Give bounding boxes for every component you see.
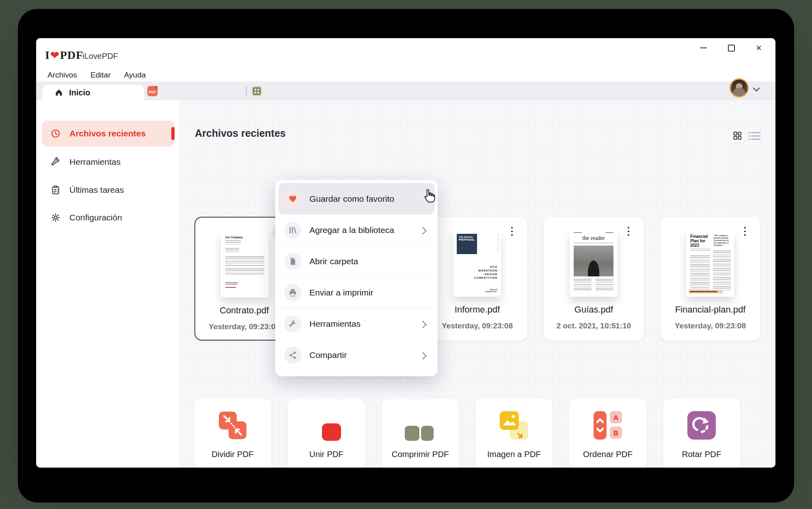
- informe-thumbnail: THE DESIGN PROPOSAL ECO MARATHON DESIGN …: [453, 230, 501, 297]
- grid-view-button[interactable]: [730, 128, 745, 143]
- merge-pdf-icon: [322, 423, 341, 441]
- maximize-icon: [728, 45, 735, 52]
- thumb-text: the reader: [570, 235, 618, 242]
- tab-strip: Inicio PDF Informe.pdf × Compri: [36, 82, 775, 100]
- list-view-button[interactable]: [748, 131, 762, 141]
- hand-cursor-icon: [423, 189, 436, 203]
- file-card-guias[interactable]: the reader Guías.pdf 2 oct. 2021, 10:51:…: [544, 217, 644, 341]
- tool-card-comprimir[interactable]: Comprimir PDF: [382, 399, 459, 468]
- menu-item-abrir-carpeta[interactable]: Abrir carpeta: [279, 246, 434, 277]
- sidebar-label: Configuración: [69, 213, 122, 222]
- contrato-thumbnail: Our Company: [221, 231, 269, 298]
- thumb-text: THE DESIGN PROPOSAL: [457, 234, 477, 254]
- menu-item-enviar-imprimir[interactable]: Enviar a imprimir: [279, 277, 434, 308]
- menu-ayuda[interactable]: Ayuda: [124, 71, 146, 80]
- compress-file-icon: [251, 86, 262, 97]
- svg-text:B: B: [613, 429, 618, 437]
- gear-icon: [51, 213, 60, 222]
- menu-item-agregar-biblioteca[interactable]: Agregar a la biblioteca: [279, 214, 434, 246]
- image-to-pdf-icon: [500, 411, 528, 440]
- minimize-icon: [700, 47, 707, 48]
- tool-card-rotar[interactable]: Rotar PDF: [663, 399, 740, 468]
- menu-archivos[interactable]: Archivos: [48, 71, 77, 80]
- file-name: Informe.pdf: [428, 304, 527, 315]
- sidebar-item-herramientas[interactable]: Herramientas: [42, 149, 175, 175]
- clock-icon: [51, 129, 60, 138]
- desktop-background: I❤PDF iLovePDF × Archivos Editar Ayuda I…: [0, 0, 812, 509]
- tool-label: Unir PDF: [288, 449, 365, 459]
- menu-item-herramientas[interactable]: Herramientas: [279, 308, 434, 339]
- highlight-bar: [689, 290, 723, 293]
- menu-editar[interactable]: Editar: [91, 71, 111, 80]
- avatar[interactable]: [730, 78, 749, 97]
- maximize-button[interactable]: [724, 41, 739, 55]
- logo-pdf: PDF: [60, 49, 83, 62]
- menu-item-compartir[interactable]: Compartir: [279, 339, 434, 371]
- file-date: Yesterday, 09:23:08: [428, 321, 527, 330]
- tab-inicio-label: Inicio: [69, 88, 90, 97]
- thumb-text: Our Company: [225, 236, 243, 239]
- menu-item-label: Guardar como favorito: [309, 194, 394, 204]
- wrench-icon: [51, 157, 60, 167]
- file-card-financial[interactable]: Financial Plan for 2022 "Our company's g…: [661, 217, 760, 341]
- content-area: Archivos recientes Herramientas re Our C…: [179, 100, 775, 468]
- heart-icon: [284, 190, 301, 207]
- wrench-icon: [284, 315, 301, 332]
- tool-card-dividir[interactable]: Dividir PDF: [194, 399, 271, 468]
- sidebar-item-configuracion[interactable]: Configuración: [42, 205, 175, 231]
- titlebar: I❤PDF iLovePDF ×: [36, 38, 775, 69]
- sidebar-item-ultimas-tareas[interactable]: Últimas tareas: [42, 177, 175, 203]
- menu-item-label: Agregar a la biblioteca: [309, 225, 394, 235]
- compress-pdf-icon: [421, 426, 434, 441]
- tool-label: Rotar PDF: [663, 449, 740, 459]
- kebab-menu-button[interactable]: [620, 223, 637, 239]
- tool-label: Ordenar PDF: [569, 449, 646, 459]
- tool-label: Dividir PDF: [194, 449, 271, 459]
- split-pdf-icon: [218, 411, 247, 440]
- tab-separator: [246, 86, 247, 96]
- clipboard-icon: [51, 185, 60, 195]
- file-name: Financial-plan.pdf: [661, 304, 760, 315]
- menu-item-label: Enviar a imprimir: [309, 288, 374, 298]
- share-icon: [284, 347, 301, 364]
- menu-item-guardar-favorito[interactable]: Guardar como favorito: [279, 183, 434, 214]
- svg-text:A: A: [613, 414, 618, 422]
- sidebar-item-archivos-recientes[interactable]: Archivos recientes: [42, 121, 175, 147]
- tool-card-ordenar[interactable]: A B Ordenar PDF: [569, 399, 646, 468]
- file-date: 2 oct. 2021, 10:51:10: [544, 321, 644, 330]
- grid-view-icon: [733, 132, 742, 140]
- kebab-menu-button[interactable]: [504, 223, 520, 239]
- file-date: Yesterday, 09:23:08: [661, 321, 760, 330]
- thumb-text: Financial Plan for 2022: [690, 234, 711, 248]
- file-name: Guías.pdf: [544, 304, 644, 315]
- chevron-right-icon: [419, 227, 426, 234]
- tool-card-imagen[interactable]: Imagen a PDF: [475, 399, 553, 468]
- sidebar-label: Archivos recientes: [69, 129, 146, 138]
- minimize-button[interactable]: [696, 41, 711, 55]
- app-window: I❤PDF iLovePDF × Archivos Editar Ayuda I…: [36, 38, 775, 468]
- guias-thumbnail: the reader: [570, 230, 618, 297]
- active-indicator: [171, 127, 175, 140]
- menubar: Archivos Editar Ayuda: [36, 69, 775, 82]
- sidebar-label: Últimas tareas: [69, 185, 124, 195]
- library-icon: [284, 222, 301, 239]
- close-button[interactable]: ×: [752, 41, 766, 55]
- kebab-menu-button[interactable]: [737, 223, 753, 239]
- menu-item-label: Herramientas: [309, 319, 361, 329]
- recent-files-heading: Archivos recientes: [195, 127, 286, 139]
- svg-text:PDF: PDF: [149, 90, 156, 94]
- financial-thumbnail: Financial Plan for 2022 "Our company's g…: [686, 230, 734, 297]
- tab-inicio[interactable]: Inicio: [42, 85, 144, 100]
- printer-icon: [284, 284, 301, 301]
- logo-i: I: [45, 49, 50, 62]
- sidebar-label: Herramientas: [69, 157, 121, 167]
- tool-label: Comprimir PDF: [382, 449, 459, 459]
- thumb-text: PRELUDE DIAMANTE INC.: [485, 289, 497, 293]
- rotate-pdf-icon: [687, 411, 716, 440]
- file-card-informe[interactable]: THE DESIGN PROPOSAL ECO MARATHON DESIGN …: [428, 217, 527, 341]
- chevron-right-icon: [419, 352, 426, 359]
- tool-label: Imagen a PDF: [475, 449, 553, 459]
- window-title: iLovePDF: [82, 52, 118, 61]
- tool-card-unir[interactable]: Unir PDF: [288, 399, 365, 468]
- thumb-text: ECO MARATHON DESIGN COMPETITION: [474, 265, 497, 280]
